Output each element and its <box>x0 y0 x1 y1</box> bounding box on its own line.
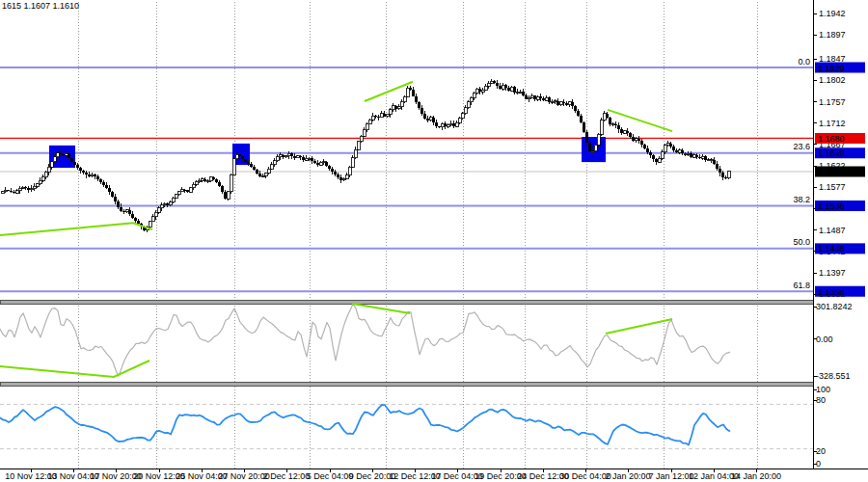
candle-bull <box>368 120 371 123</box>
time-tick-label: 2 Jan 20:00 <box>605 471 650 481</box>
candle-bull <box>400 102 403 107</box>
candle-bear <box>88 174 91 175</box>
candle-bull <box>603 114 606 120</box>
candle-bear <box>73 162 76 165</box>
time-tick-label: 30 Dec 04:00 <box>559 471 611 481</box>
candle-bull <box>227 192 230 199</box>
candle-bull <box>151 217 154 222</box>
candle-bull <box>198 180 201 182</box>
candle-bull <box>172 198 175 202</box>
trend-line[interactable] <box>0 361 149 377</box>
candle-bull <box>403 96 406 102</box>
candle-bull <box>591 151 594 152</box>
candle-bear <box>131 214 134 218</box>
candle-bear <box>374 116 377 117</box>
chart-canvas[interactable]: 0.023.638.250.061.81.19421.18971.18471.1… <box>0 0 868 482</box>
fib-level-percent-label: 61.8 <box>793 281 810 290</box>
candle-bear <box>238 154 241 156</box>
candle-bear <box>695 155 698 157</box>
trend-line[interactable] <box>0 223 152 235</box>
candle-bear <box>606 114 609 119</box>
candle-bear <box>212 177 215 179</box>
candle-bull <box>50 162 53 167</box>
candle-bear <box>643 145 646 148</box>
candle-bear <box>293 156 296 157</box>
candle-bear <box>496 83 499 86</box>
panel-separator-bar[interactable] <box>0 382 813 386</box>
candle-bear <box>383 114 386 117</box>
candle-bull <box>594 145 597 150</box>
time-tick-label: 14 Jan 20:00 <box>731 471 781 481</box>
candle-bear <box>721 173 724 177</box>
candle-bull <box>1 192 4 194</box>
candle-bull <box>389 110 392 115</box>
candle-bear <box>325 162 328 166</box>
candle-bull <box>461 114 464 119</box>
candle-bull <box>189 188 192 192</box>
price-axis[interactable]: 1.19421.18971.18471.18021.17571.17121.16… <box>813 0 865 469</box>
time-tick-label: 2 Dec 12:00 <box>263 471 311 481</box>
candle-bear <box>719 169 721 174</box>
candle-bear <box>247 162 250 164</box>
candle-bear <box>698 157 701 159</box>
candle-bull <box>351 158 354 167</box>
candle-bear <box>224 192 227 199</box>
candle-bull <box>597 134 600 145</box>
time-axis[interactable]: 10 Nov 12:0013 Nov 04:0017 Nov 20:0020 N… <box>0 469 868 482</box>
price-tick-label: 1.1757 <box>819 97 846 107</box>
candle-bull <box>687 153 690 154</box>
candle-bear <box>108 188 111 192</box>
candle-bear <box>102 182 105 185</box>
candle-bear <box>614 124 617 126</box>
fib-price-label: 1.1829 <box>818 64 845 73</box>
candle-bear <box>690 153 692 157</box>
candle-bear <box>423 114 426 119</box>
candle-bear <box>637 139 640 141</box>
candle-bear <box>533 95 536 99</box>
candle-bull <box>475 89 478 93</box>
candle-bull <box>487 83 490 86</box>
signal-highlight-box[interactable] <box>582 137 606 162</box>
candle-bear <box>713 160 716 164</box>
candle-bear <box>444 123 447 126</box>
candle-bear <box>311 158 313 161</box>
candle-bear <box>244 159 247 162</box>
candle-bear <box>412 90 415 96</box>
candle-bear <box>435 122 438 126</box>
candle-bear <box>426 119 429 120</box>
oscillator-trendlines[interactable] <box>0 304 672 377</box>
candle-bear <box>565 103 568 104</box>
candle-bear <box>507 88 510 91</box>
candle-bear <box>24 187 27 188</box>
candle-bear <box>79 168 82 171</box>
candle-bull <box>666 144 669 146</box>
candle-bull <box>481 90 484 92</box>
candle-bear <box>420 108 423 114</box>
candle-bull <box>397 107 400 109</box>
candle-bull <box>160 205 163 208</box>
candle-bull <box>357 142 360 149</box>
candle-bear <box>70 158 73 162</box>
candle-bear <box>716 164 719 168</box>
candle-bull <box>180 190 183 192</box>
candle-bull <box>701 156 704 158</box>
oscillator-scale-label: 301.8242 <box>816 302 853 311</box>
candle-bull <box>296 156 299 158</box>
candle-bear <box>571 102 574 106</box>
candle-bear <box>588 143 591 152</box>
candle-bear <box>478 89 481 92</box>
trend-line[interactable] <box>352 304 410 313</box>
rsi-scale-label: 100 <box>816 385 830 394</box>
candle-bear <box>221 186 224 192</box>
candle-bull <box>528 97 530 99</box>
candle-bull <box>707 160 710 161</box>
fib-level-percent-label: 38.2 <box>793 195 810 204</box>
trend-line[interactable] <box>606 319 672 334</box>
candle-bear <box>82 171 85 173</box>
oscillator-scale-label: -328.551 <box>816 371 851 381</box>
candle-bull <box>91 174 94 175</box>
candle-bull <box>600 120 603 134</box>
candle-bull <box>519 92 522 93</box>
panel-separator-bar[interactable] <box>0 300 813 304</box>
candle-bear <box>134 218 137 221</box>
